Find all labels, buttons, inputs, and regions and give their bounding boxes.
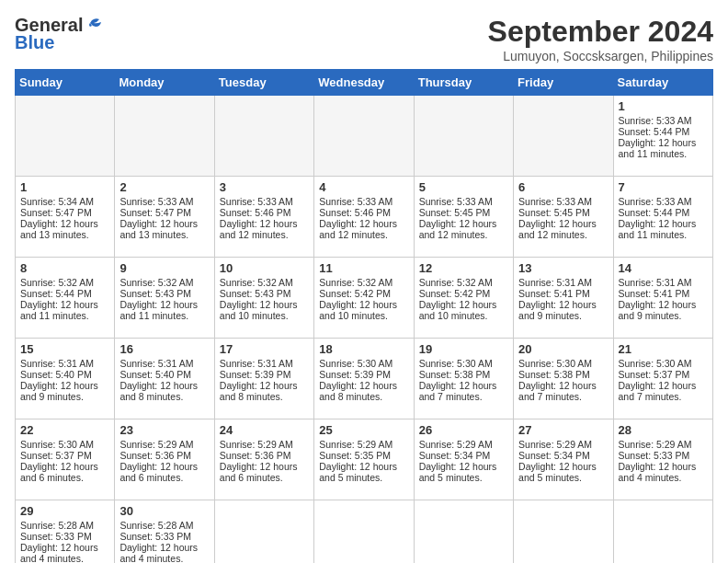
sunrise-text: Sunrise: 5:31 AM: [518, 277, 592, 288]
daylight-text: Daylight: 12 hours and 10 minutes.: [220, 299, 298, 321]
day-number: 11: [319, 261, 408, 275]
daylight-text: Daylight: 12 hours and 6 minutes.: [220, 461, 298, 483]
calendar-cell: [514, 96, 613, 177]
day-number: 18: [319, 342, 408, 356]
calendar-week-row: 22Sunrise: 5:30 AMSunset: 5:37 PMDayligh…: [16, 419, 713, 500]
header-wednesday: Wednesday: [314, 70, 414, 96]
daylight-text: Daylight: 12 hours and 5 minutes.: [319, 461, 397, 483]
page-header: General Blue September 2024 Lumuyon, Soc…: [15, 15, 713, 63]
daylight-text: Daylight: 12 hours and 11 minutes.: [119, 299, 198, 321]
calendar-cell: [314, 500, 414, 564]
header-friday: Friday: [514, 70, 613, 96]
calendar-cell: 9Sunrise: 5:32 AMSunset: 5:43 PMDaylight…: [115, 258, 214, 339]
day-number: 28: [619, 423, 708, 437]
day-number: 8: [20, 261, 109, 275]
calendar-cell: [115, 96, 214, 177]
daylight-text: Daylight: 12 hours and 11 minutes.: [619, 137, 697, 159]
calendar-cell: [414, 96, 513, 177]
daylight-text: Daylight: 12 hours and 12 minutes.: [419, 218, 497, 240]
sunset-text: Sunset: 5:33 PM: [119, 531, 191, 542]
header-saturday: Saturday: [613, 70, 712, 96]
calendar-week-row: 29Sunrise: 5:28 AMSunset: 5:33 PMDayligh…: [16, 500, 713, 564]
daylight-text: Daylight: 12 hours and 7 minutes.: [619, 380, 697, 402]
daylight-text: Daylight: 12 hours and 12 minutes.: [518, 218, 597, 240]
day-number: 15: [20, 342, 109, 356]
day-number: 16: [119, 342, 209, 356]
sunset-text: Sunset: 5:39 PM: [220, 369, 291, 380]
day-number: 17: [220, 342, 309, 356]
calendar-cell: 2Sunrise: 5:33 AMSunset: 5:47 PMDaylight…: [115, 177, 214, 258]
calendar-cell: 25Sunrise: 5:29 AMSunset: 5:35 PMDayligh…: [314, 419, 414, 500]
calendar-table: SundayMondayTuesdayWednesdayThursdayFrid…: [15, 69, 713, 563]
daylight-text: Daylight: 12 hours and 9 minutes.: [518, 299, 597, 321]
daylight-text: Daylight: 12 hours and 11 minutes.: [20, 299, 98, 321]
sunset-text: Sunset: 5:38 PM: [518, 369, 590, 380]
calendar-cell: [414, 500, 513, 564]
sunrise-text: Sunrise: 5:29 AM: [619, 439, 692, 450]
sunset-text: Sunset: 5:36 PM: [119, 450, 191, 461]
calendar-cell: 15Sunrise: 5:31 AMSunset: 5:40 PMDayligh…: [16, 339, 115, 419]
sunrise-text: Sunrise: 5:33 AM: [419, 196, 493, 207]
daylight-text: Daylight: 12 hours and 7 minutes.: [419, 380, 497, 402]
daylight-text: Daylight: 12 hours and 13 minutes.: [119, 218, 198, 240]
month-title: September 2024: [488, 15, 713, 49]
calendar-header-row: SundayMondayTuesdayWednesdayThursdayFrid…: [16, 70, 713, 96]
daylight-text: Daylight: 12 hours and 10 minutes.: [419, 299, 497, 321]
sunrise-text: Sunrise: 5:29 AM: [220, 439, 293, 450]
day-number: 13: [518, 261, 608, 275]
calendar-cell: 12Sunrise: 5:32 AMSunset: 5:42 PMDayligh…: [414, 258, 513, 339]
day-number: 3: [220, 180, 309, 194]
calendar-cell: 29Sunrise: 5:28 AMSunset: 5:33 PMDayligh…: [16, 500, 115, 564]
calendar-cell: [214, 500, 313, 564]
sunrise-text: Sunrise: 5:31 AM: [20, 358, 94, 369]
sunrise-text: Sunrise: 5:28 AM: [20, 520, 94, 531]
calendar-cell: 18Sunrise: 5:30 AMSunset: 5:39 PMDayligh…: [314, 339, 414, 419]
sunset-text: Sunset: 5:40 PM: [119, 369, 191, 380]
sunset-text: Sunset: 5:38 PM: [419, 369, 491, 380]
calendar-cell: 26Sunrise: 5:29 AMSunset: 5:34 PMDayligh…: [414, 419, 513, 500]
sunset-text: Sunset: 5:37 PM: [20, 450, 92, 461]
calendar-cell: [214, 96, 313, 177]
header-tuesday: Tuesday: [214, 70, 313, 96]
calendar-cell: 4Sunrise: 5:33 AMSunset: 5:46 PMDaylight…: [314, 177, 414, 258]
day-number: 2: [119, 180, 209, 194]
day-number: 22: [20, 423, 109, 437]
calendar-cell: 19Sunrise: 5:30 AMSunset: 5:38 PMDayligh…: [414, 339, 513, 419]
daylight-text: Daylight: 12 hours and 12 minutes.: [220, 218, 298, 240]
calendar-cell: 13Sunrise: 5:31 AMSunset: 5:41 PMDayligh…: [514, 258, 613, 339]
sunset-text: Sunset: 5:46 PM: [319, 207, 391, 218]
daylight-text: Daylight: 12 hours and 9 minutes.: [20, 380, 98, 402]
sunset-text: Sunset: 5:44 PM: [619, 126, 690, 137]
sunrise-text: Sunrise: 5:29 AM: [319, 439, 392, 450]
title-section: September 2024 Lumuyon, Soccsksargen, Ph…: [488, 15, 713, 63]
sunrise-text: Sunrise: 5:30 AM: [319, 358, 392, 369]
daylight-text: Daylight: 12 hours and 8 minutes.: [319, 380, 397, 402]
day-number: 30: [119, 504, 209, 518]
day-number: 27: [518, 423, 608, 437]
daylight-text: Daylight: 12 hours and 4 minutes.: [20, 542, 98, 563]
day-number: 10: [220, 261, 309, 275]
calendar-cell: 11Sunrise: 5:32 AMSunset: 5:42 PMDayligh…: [314, 258, 414, 339]
daylight-text: Daylight: 12 hours and 9 minutes.: [619, 299, 697, 321]
day-number: 23: [119, 423, 209, 437]
day-number: 21: [619, 342, 708, 356]
sunset-text: Sunset: 5:45 PM: [518, 207, 590, 218]
calendar-cell: 3Sunrise: 5:33 AMSunset: 5:46 PMDaylight…: [214, 177, 313, 258]
sunset-text: Sunset: 5:41 PM: [619, 288, 690, 299]
sunset-text: Sunset: 5:39 PM: [319, 369, 391, 380]
sunset-text: Sunset: 5:46 PM: [220, 207, 291, 218]
calendar-cell: 21Sunrise: 5:30 AMSunset: 5:37 PMDayligh…: [613, 339, 712, 419]
calendar-cell: 30Sunrise: 5:28 AMSunset: 5:33 PMDayligh…: [115, 500, 214, 564]
calendar-cell: 1Sunrise: 5:33 AMSunset: 5:44 PMDaylight…: [613, 96, 712, 177]
sunset-text: Sunset: 5:35 PM: [319, 450, 391, 461]
logo-bird-icon: [83, 17, 103, 34]
day-number: 7: [619, 180, 708, 194]
sunset-text: Sunset: 5:44 PM: [619, 207, 690, 218]
calendar-cell: 27Sunrise: 5:29 AMSunset: 5:34 PMDayligh…: [514, 419, 613, 500]
sunset-text: Sunset: 5:34 PM: [419, 450, 491, 461]
sunset-text: Sunset: 5:41 PM: [518, 288, 590, 299]
daylight-text: Daylight: 12 hours and 12 minutes.: [319, 218, 397, 240]
calendar-cell: 20Sunrise: 5:30 AMSunset: 5:38 PMDayligh…: [514, 339, 613, 419]
daylight-text: Daylight: 12 hours and 5 minutes.: [518, 461, 597, 483]
day-number: 29: [20, 504, 109, 518]
